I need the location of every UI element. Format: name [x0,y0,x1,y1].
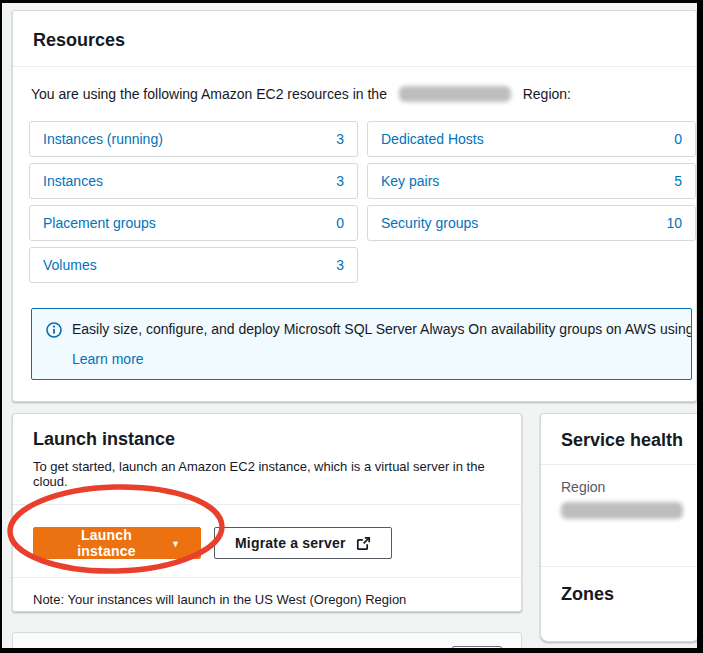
intro-prefix: You are using the following Amazon EC2 r… [31,86,387,102]
learn-more-link[interactable]: Learn more [72,351,677,367]
resource-count[interactable]: 0 [674,131,682,147]
launch-instance-panel: Launch instance To get started, launch a… [12,413,522,612]
sql-server-info-banner: Easily size, configure, and deploy Micro… [31,308,692,380]
intro-suffix: Region: [523,86,571,102]
redacted-region-name [399,86,511,102]
launch-region-note: Note: Your instances will launch in the … [13,578,521,607]
service-health-title: Service health [561,430,683,450]
resource-link[interactable]: Security groups [381,215,478,231]
partial-button[interactable] [452,646,502,648]
resource-link[interactable]: Placement groups [43,215,156,231]
migrate-server-button[interactable]: Migrate a server [214,527,392,559]
screenshot-frame: Resources You are using the following Am… [0,0,703,653]
resource-card-instances-running[interactable]: Instances (running) 3 [29,121,358,157]
resource-count[interactable]: 3 [336,131,344,147]
resources-panel: Resources You are using the following Am… [12,10,697,402]
resource-link[interactable]: Instances (running) [43,131,163,147]
redacted-region-value [561,502,683,519]
resource-count[interactable]: 5 [674,173,682,189]
resource-card-placement-groups[interactable]: Placement groups 0 [29,205,358,241]
region-label: Region [561,479,697,495]
service-health-panel: Service health Region Zones [540,413,697,642]
resources-intro: You are using the following Amazon EC2 r… [13,67,696,104]
migrate-server-button-label: Migrate a server [235,535,346,551]
resource-link[interactable]: Dedicated Hosts [381,131,484,147]
resource-card-instances[interactable]: Instances 3 [29,163,358,199]
resource-count[interactable]: 0 [336,215,344,231]
launch-instance-title: Launch instance [33,429,501,450]
info-circle-icon [46,322,62,342]
resource-link[interactable]: Key pairs [381,173,439,189]
chevron-down-icon: ▼ [171,539,180,549]
ec2-dashboard: Resources You are using the following Am… [2,3,697,648]
partial-next-panel [12,632,522,648]
banner-message: Easily size, configure, and deploy Micro… [72,321,692,337]
resource-cards: Instances (running) 3 Dedicated Hosts 0 … [29,121,696,283]
resource-link[interactable]: Volumes [43,257,97,273]
launch-instance-button[interactable]: Launch instance ▼ [33,527,201,559]
external-link-icon [356,536,371,551]
zones-title: Zones [561,584,614,604]
resource-card-key-pairs[interactable]: Key pairs 5 [367,163,696,199]
resource-card-security-groups[interactable]: Security groups 10 [367,205,696,241]
launch-instance-button-label: Launch instance [54,527,159,559]
resources-title: Resources [33,30,125,50]
resource-count[interactable]: 10 [666,215,682,231]
resource-card-dedicated-hosts[interactable]: Dedicated Hosts 0 [367,121,696,157]
resource-count[interactable]: 3 [336,257,344,273]
launch-instance-subtitle: To get started, launch an Amazon EC2 ins… [33,459,501,489]
resource-card-volumes[interactable]: Volumes 3 [29,247,358,283]
resource-link[interactable]: Instances [43,173,103,189]
resources-header: Resources [13,11,696,67]
resource-count[interactable]: 3 [336,173,344,189]
